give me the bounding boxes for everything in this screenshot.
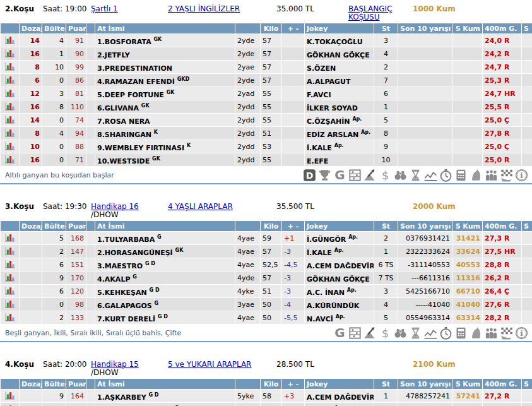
bar-chart-icon[interactable] [4,48,15,57]
gap-cell [86,311,95,325]
jokey-name-text: E.EFE [307,157,328,165]
dollar-icon[interactable]: $ [379,169,392,182]
bar-chart-icon[interactable] [4,61,15,71]
bar-chart-icon[interactable] [4,75,15,84]
hourglass-icon[interactable] [409,169,422,182]
binoculars-icon[interactable] [394,169,407,182]
hourglass-icon[interactable] [409,326,422,340]
horse-row: 16 0 71 10.WESTSIDE GK 2ydd 55 E.EFE 10 … [1,153,532,167]
bar-chart-icon[interactable] [4,35,15,44]
weight-change: +3 [282,390,305,403]
chart-up-icon[interactable] [364,326,377,340]
bar-chart-icon[interactable] [4,259,15,268]
jokey-name-text: A.C. İNAN [307,288,345,296]
bar-chart-icon[interactable] [4,88,15,97]
finish-icon[interactable] [500,169,513,182]
bar-chart-icon[interactable] [4,246,15,255]
race-group-link[interactable]: 5 ve YUKARI ARAPLAR [168,360,251,369]
race-type-suffix: /DHÖW [91,210,119,219]
s-cell [522,403,532,406]
abacus-icon[interactable] [348,169,362,182]
header-puan: Puan [66,23,86,34]
g400-value: 25,0 Ç [483,114,522,127]
bar-chart-icon[interactable] [4,154,15,164]
race-name-link[interactable]: BAŞLANGIÇ KOŞUSU [348,4,392,21]
s-cell [522,87,532,100]
bar-chart-icon[interactable] [4,101,15,110]
bar-chart-icon[interactable] [4,272,15,282]
jokey-name-text: GÖKHAN GÖKÇE [307,51,370,59]
g400-value: 28,8 R [483,258,522,272]
dollar-icon[interactable]: $ [379,326,392,340]
stopwatch-icon[interactable] [439,326,452,340]
horse-name: 1.BOSFORATA GK [95,34,235,47]
calculator-icon[interactable] [454,326,468,340]
puan-value: 88 [66,140,86,153]
bar-chart-icon[interactable] [4,141,15,150]
abacus-icon[interactable] [348,326,362,340]
calculator-icon[interactable] [454,169,468,182]
d-icon[interactable]: D [303,169,316,182]
bar-chart-icon[interactable] [4,128,15,137]
race-footer: Altılı ganyan bu koşudan başlar DG$i [0,167,532,184]
bar-chart-icon[interactable] [4,114,15,124]
horse-name: 3.MAESTRO G D [95,258,235,272]
race-number: 3.Koşu [5,203,43,211]
jokey-name: F.AVCI [305,87,374,100]
horse-name-sup: G D [145,261,155,266]
race-type-link[interactable]: Handikap 15 [91,360,139,369]
age-value: 5yae [235,403,261,406]
race-group-link[interactable]: 2 YAŞLI İNGİLİZLER [168,4,240,13]
start-box: 6 [374,87,398,100]
horse-name-text: 6.GLIVANA [97,104,139,112]
info-icon[interactable]: i [515,326,528,340]
trophy-icon[interactable] [318,169,331,182]
race-prize: 35.500 TL [276,203,348,211]
jokey-sup: Ap. [334,143,344,148]
g-icon[interactable]: G [333,169,346,182]
jokey-name-text: N.AVCİ [307,314,333,323]
people-icon[interactable] [485,326,498,340]
jokey-name-text: A.KÜRÜNDÜK [307,301,359,309]
kilo-value: 55 [261,153,282,167]
race-group-link[interactable]: 4 YAŞLI ARAPLAR [168,202,233,211]
horse-icon[interactable] [470,169,483,182]
bulten-value: 6 [42,403,66,406]
horse-name-text: 10.WESTSIDE [97,157,150,165]
gap-cell [86,100,95,114]
gap-cell [86,390,95,403]
jokey-name: İ.KALE Ap. [305,140,374,153]
horse-icon[interactable] [470,326,483,340]
line-chart-icon[interactable] [424,326,437,340]
chart-up-icon[interactable] [364,169,377,182]
header-plus-minus: + - [282,23,305,34]
binoculars-icon[interactable] [394,326,407,340]
line-chart-icon[interactable] [424,169,437,182]
bar-chart-icon[interactable] [4,285,15,295]
info-icon[interactable]: i [515,169,528,182]
bar-chart-icon[interactable] [4,299,15,308]
finish-icon[interactable] [500,326,513,340]
horse-name: 9.WEMBLEY FIRTINASI K [95,140,235,153]
kum5-value: 57241 [452,390,483,403]
bar-chart-icon[interactable] [4,403,15,406]
race-type: Şartlı 1 [91,5,168,13]
bar-chart-icon[interactable] [4,232,15,242]
race-type-link[interactable]: Şartlı 1 [91,4,118,13]
horse-row: 9 170 4.AKALP G 4yde 57 -3 GÖKHAN GÖKÇE … [1,272,532,285]
horses-tbody: 5 168 1.TULYARBABA G 4yae 59 +1 İ.GÜNGÖR… [1,232,532,325]
race-type-link[interactable]: Handikap 16 [91,202,139,211]
people-icon[interactable] [485,169,498,182]
bar-chart-icon[interactable] [4,390,15,400]
horse-name-text: 1.AŞKARBEY [97,393,146,401]
gap-cell [86,127,95,140]
header-kilo: Kilo [261,221,282,232]
start-box: 7 [374,74,398,87]
jokey-sup: Ap. [336,314,345,319]
age-value: 4yke [235,285,261,298]
g400-value: 28,2 R [483,311,522,325]
svg-text:G: G [334,326,345,340]
g-icon[interactable]: G [333,326,346,340]
stopwatch-icon[interactable] [439,169,452,182]
bar-chart-icon[interactable] [4,312,15,321]
